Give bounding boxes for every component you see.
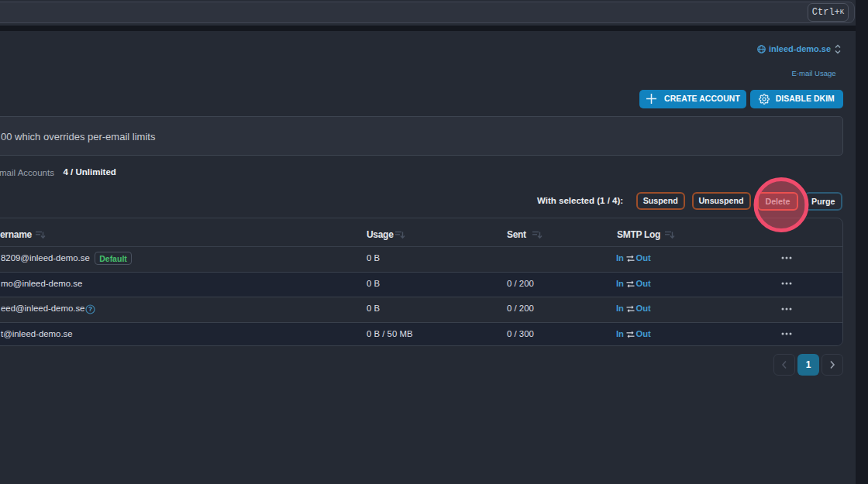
svg-text:?: ?: [88, 305, 92, 313]
